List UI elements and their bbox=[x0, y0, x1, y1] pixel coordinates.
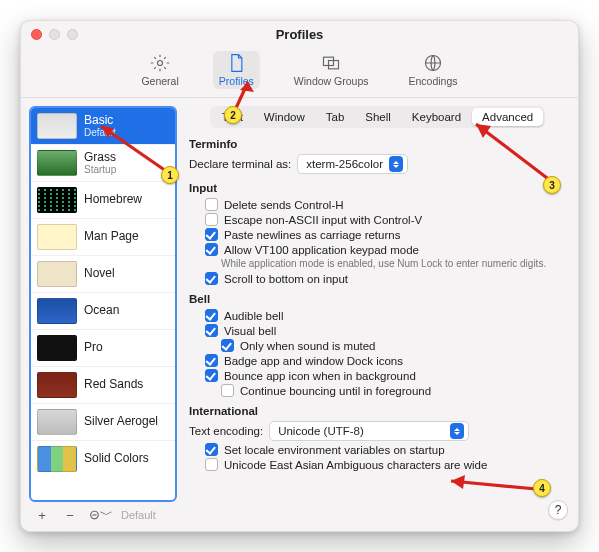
profile-name: Ocean bbox=[84, 304, 119, 317]
windows-icon bbox=[320, 53, 342, 73]
toolbar-profiles[interactable]: Profiles bbox=[213, 51, 260, 89]
profile-name: Grass bbox=[84, 151, 116, 164]
profile-sub: Default bbox=[84, 127, 116, 138]
profile-row-basic[interactable]: Basic Default bbox=[31, 108, 175, 145]
toolbar-encodings[interactable]: Encodings bbox=[403, 51, 464, 89]
svg-point-0 bbox=[158, 61, 163, 66]
lbl-bounce-bg: Bounce app icon when in background bbox=[224, 370, 416, 382]
lbl-escape-nonascii: Escape non-ASCII input with Control-V bbox=[224, 214, 422, 226]
gear-icon bbox=[149, 53, 171, 73]
profile-sub: Startup bbox=[84, 164, 116, 175]
lbl-east-asian: Unicode East Asian Ambiguous characters … bbox=[224, 459, 487, 471]
lbl-continue-bounce: Continue bouncing until in foreground bbox=[240, 385, 431, 397]
encoding-label: Text encoding: bbox=[189, 425, 263, 437]
profile-thumb bbox=[37, 261, 77, 287]
help-button[interactable]: ? bbox=[548, 500, 568, 520]
tab-keyboard[interactable]: Keyboard bbox=[402, 108, 471, 126]
lbl-visual-bell: Visual bell bbox=[224, 325, 276, 337]
lbl-audible-bell: Audible bell bbox=[224, 310, 283, 322]
profile-thumb bbox=[37, 150, 77, 176]
lbl-scroll-bottom: Scroll to bottom on input bbox=[224, 273, 348, 285]
profile-row-solid[interactable]: Solid Colors bbox=[31, 441, 175, 477]
chk-badge-dock[interactable] bbox=[205, 354, 218, 367]
chk-escape-nonascii[interactable] bbox=[205, 213, 218, 226]
profile-row-homebrew[interactable]: Homebrew bbox=[31, 182, 175, 219]
profile-row-silver[interactable]: Silver Aerogel bbox=[31, 404, 175, 441]
profile-name: Red Sands bbox=[84, 378, 143, 391]
profile-thumb bbox=[37, 224, 77, 250]
chk-bounce-bg[interactable] bbox=[205, 369, 218, 382]
profile-tabs: Text Window Tab Shell Keyboard Advanced bbox=[189, 106, 566, 128]
profile-row-redsands[interactable]: Red Sands bbox=[31, 367, 175, 404]
toolbar-label: Encodings bbox=[409, 75, 458, 87]
chk-only-muted[interactable] bbox=[221, 339, 234, 352]
profile-row-manpage[interactable]: Man Page bbox=[31, 219, 175, 256]
profile-name: Pro bbox=[84, 341, 103, 354]
remove-profile-button[interactable]: − bbox=[61, 508, 79, 523]
content-pane: Text Window Tab Shell Keyboard Advanced … bbox=[185, 98, 578, 530]
declare-terminal-value: xterm-256color bbox=[306, 158, 383, 170]
toolbar: General Profiles Window Groups Encodings bbox=[21, 47, 578, 98]
encoding-select[interactable]: Unicode (UTF-8) bbox=[269, 421, 469, 441]
window-title: Profiles bbox=[21, 27, 578, 42]
chk-east-asian[interactable] bbox=[205, 458, 218, 471]
toolbar-general[interactable]: General bbox=[135, 51, 184, 89]
document-icon bbox=[225, 53, 247, 73]
updown-icon bbox=[389, 156, 403, 172]
profile-name: Solid Colors bbox=[84, 452, 149, 465]
profile-thumb bbox=[37, 409, 77, 435]
profile-thumb bbox=[37, 372, 77, 398]
chk-set-locale[interactable] bbox=[205, 443, 218, 456]
section-input: Input bbox=[189, 182, 566, 194]
profile-row-ocean[interactable]: Ocean bbox=[31, 293, 175, 330]
chk-vt100-keypad[interactable] bbox=[205, 243, 218, 256]
sidebar: Basic Default Grass Startup Homebrew bbox=[21, 98, 185, 530]
encoding-value: Unicode (UTF-8) bbox=[278, 425, 364, 437]
sidebar-footer: + − ⊝﹀ Default bbox=[29, 502, 177, 524]
section-terminfo: Terminfo bbox=[189, 138, 566, 150]
note-vt100: While application mode is enabled, use N… bbox=[189, 258, 566, 269]
profile-thumb bbox=[37, 113, 77, 139]
profile-list[interactable]: Basic Default Grass Startup Homebrew bbox=[29, 106, 177, 502]
profile-row-pro[interactable]: Pro bbox=[31, 330, 175, 367]
tab-window[interactable]: Window bbox=[254, 108, 315, 126]
toolbar-label: Profiles bbox=[219, 75, 254, 87]
profile-name: Basic bbox=[84, 114, 116, 127]
toolbar-window-groups[interactable]: Window Groups bbox=[288, 51, 375, 89]
tab-advanced[interactable]: Advanced bbox=[472, 108, 543, 126]
globe-icon bbox=[422, 53, 444, 73]
tab-tab[interactable]: Tab bbox=[316, 108, 355, 126]
chk-audible-bell[interactable] bbox=[205, 309, 218, 322]
chk-continue-bounce[interactable] bbox=[221, 384, 234, 397]
profile-thumb bbox=[37, 187, 77, 213]
section-international: International bbox=[189, 405, 566, 417]
lbl-set-locale: Set locale environment variables on star… bbox=[224, 444, 445, 456]
add-profile-button[interactable]: + bbox=[33, 508, 51, 523]
titlebar: Profiles bbox=[21, 21, 578, 47]
profile-row-grass[interactable]: Grass Startup bbox=[31, 145, 175, 182]
chk-paste-newlines[interactable] bbox=[205, 228, 218, 241]
chk-delete-ctrl-h[interactable] bbox=[205, 198, 218, 211]
profile-row-novel[interactable]: Novel bbox=[31, 256, 175, 293]
profile-thumb bbox=[37, 335, 77, 361]
tab-text[interactable]: Text bbox=[212, 108, 253, 126]
profile-name: Silver Aerogel bbox=[84, 415, 158, 428]
profile-actions-menu[interactable]: ⊝﹀ bbox=[89, 506, 107, 524]
toolbar-label: Window Groups bbox=[294, 75, 369, 87]
updown-icon bbox=[450, 423, 464, 439]
profile-name: Man Page bbox=[84, 230, 139, 243]
profile-name: Homebrew bbox=[84, 193, 142, 206]
profile-name: Novel bbox=[84, 267, 115, 280]
profile-thumb bbox=[37, 446, 77, 472]
toolbar-label: General bbox=[141, 75, 178, 87]
lbl-badge-dock: Badge app and window Dock icons bbox=[224, 355, 403, 367]
section-bell: Bell bbox=[189, 293, 566, 305]
profile-thumb bbox=[37, 298, 77, 324]
tab-shell[interactable]: Shell bbox=[355, 108, 401, 126]
chk-visual-bell[interactable] bbox=[205, 324, 218, 337]
lbl-delete-ctrl-h: Delete sends Control-H bbox=[224, 199, 344, 211]
chk-scroll-bottom[interactable] bbox=[205, 272, 218, 285]
preferences-window: Profiles General Profiles Window Groups … bbox=[20, 20, 579, 532]
declare-terminal-select[interactable]: xterm-256color bbox=[297, 154, 408, 174]
lbl-only-muted: Only when sound is muted bbox=[240, 340, 376, 352]
